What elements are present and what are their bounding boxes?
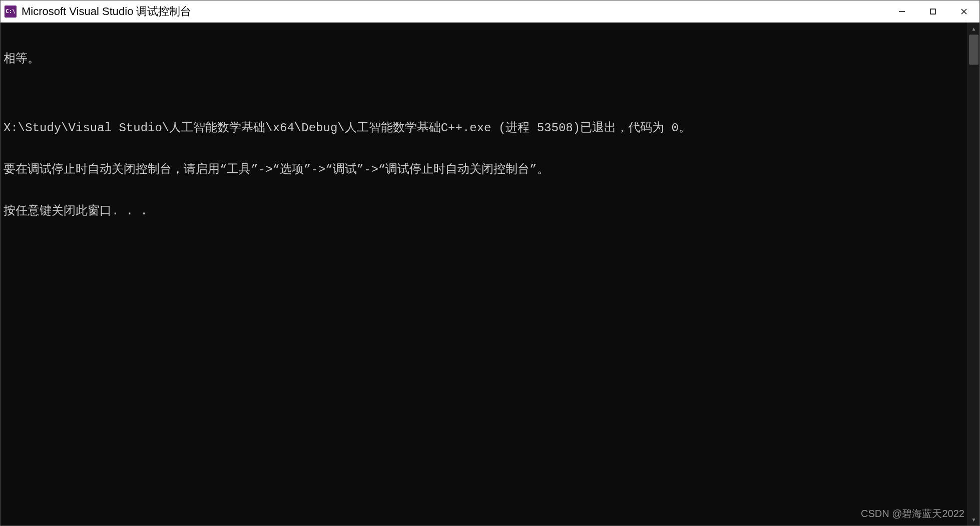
maximize-button[interactable] <box>917 1 948 22</box>
console-line: 要在调试停止时自动关闭控制台，请启用“工具”->“选项”->“调试”->“调试停… <box>4 163 964 177</box>
window-title: Microsoft Visual Studio 调试控制台 <box>22 4 886 19</box>
minimize-icon <box>898 8 905 15</box>
scroll-up-arrow-icon[interactable]: ▲ <box>968 23 979 35</box>
close-icon <box>960 8 967 15</box>
vertical-scrollbar[interactable]: ▲ ▼ <box>967 23 979 525</box>
svg-rect-1 <box>930 9 935 14</box>
minimize-button[interactable] <box>886 1 917 22</box>
console-line: X:\Study\Visual Studio\人工智能数学基础\x64\Debu… <box>4 121 964 135</box>
scroll-down-arrow-icon[interactable]: ▼ <box>968 513 979 525</box>
watermark-text: CSDN @碧海蓝天2022 <box>861 507 964 520</box>
console-line: 相等。 <box>4 52 964 66</box>
window-controls <box>886 1 979 22</box>
scroll-thumb[interactable] <box>969 35 978 65</box>
titlebar[interactable]: C:\ Microsoft Visual Studio 调试控制台 <box>1 1 979 23</box>
console-area: 相等。 X:\Study\Visual Studio\人工智能数学基础\x64\… <box>1 23 979 525</box>
console-line: 按任意键关闭此窗口. . . <box>4 204 964 218</box>
app-icon: C:\ <box>5 6 17 18</box>
close-button[interactable] <box>948 1 979 22</box>
console-output[interactable]: 相等。 X:\Study\Visual Studio\人工智能数学基础\x64\… <box>1 23 967 525</box>
console-window: C:\ Microsoft Visual Studio 调试控制台 相等。 X:… <box>0 0 980 526</box>
maximize-icon <box>929 8 936 15</box>
